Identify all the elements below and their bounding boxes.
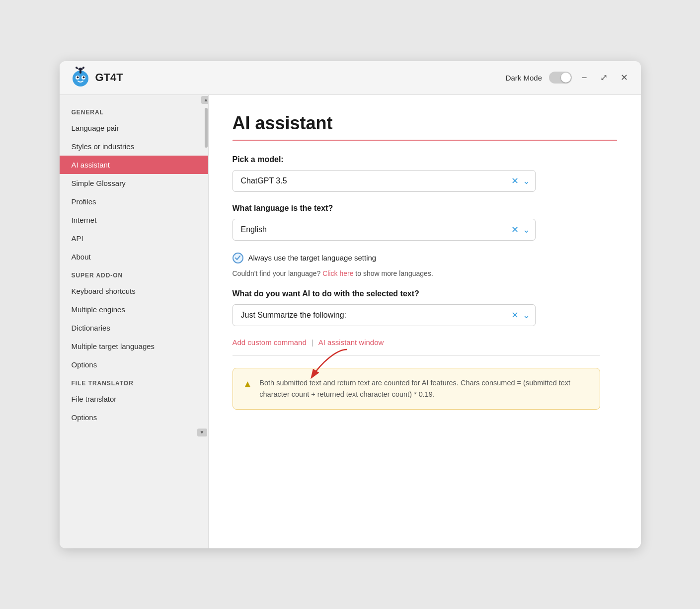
model-select-wrapper: ChatGPT 3.5 ✕ ⌄ [233, 170, 617, 192]
scrollbar-track[interactable]: ▲ [204, 95, 208, 548]
section-general-label: GENERAL [60, 103, 208, 119]
ai-assistant-window-link[interactable]: AI assistant window [318, 338, 384, 347]
section-file-translator-label: FILE TRANSLATOR [60, 374, 208, 390]
add-custom-command-link[interactable]: Add custom command [233, 338, 307, 347]
section-super-addon-label: SUPER ADD-ON [60, 266, 208, 282]
pick-model-label: Pick a model: [233, 155, 617, 164]
main-content: AI assistant Pick a model: ChatGPT 3.5 ✕… [209, 95, 641, 548]
sidebar-item-file-translator[interactable]: File translator [60, 390, 208, 408]
language-select-controls: ✕ ⌄ [511, 224, 530, 235]
sidebar-item-options-super[interactable]: Options [60, 355, 208, 374]
app-window: GT4T Dark Mode − ⤢ ✕ ▲ GENERAL Langu [60, 61, 641, 548]
scroll-up-button[interactable]: ▲ [201, 96, 209, 104]
language-clear-icon[interactable]: ✕ [511, 224, 519, 235]
model-select[interactable]: ChatGPT 3.5 ✕ ⌄ [233, 170, 536, 192]
action-question: What do you want AI to do with the selec… [233, 289, 617, 298]
language-dropdown-icon[interactable]: ⌄ [523, 224, 530, 235]
sidebar-item-profiles[interactable]: Profiles [60, 192, 208, 211]
minimize-button[interactable]: − [579, 71, 590, 85]
hint-prefix: Couldn't find your language? [233, 269, 321, 277]
sidebar-item-api[interactable]: API [60, 229, 208, 248]
sidebar-item-dictionaries[interactable]: Dictionaries [60, 319, 208, 337]
sidebar-item-internet[interactable]: Internet [60, 211, 208, 229]
svg-point-6 [79, 68, 82, 71]
action-dropdown-icon[interactable]: ⌄ [523, 310, 530, 321]
action-links-container: Add custom command | AI assistant window [233, 338, 617, 347]
action-separator: | [311, 338, 313, 347]
language-select[interactable]: English ✕ ⌄ [233, 219, 536, 241]
hint-suffix: to show more languages. [355, 269, 433, 277]
content-area: ▲ GENERAL Language pair Styles or indust… [60, 95, 641, 548]
title-underline [233, 140, 617, 141]
maximize-button[interactable]: ⤢ [597, 70, 611, 85]
model-value: ChatGPT 3.5 [241, 176, 287, 185]
action-clear-icon[interactable]: ✕ [511, 310, 519, 321]
checkmark-icon [234, 255, 241, 261]
language-question: What language is the text? [233, 204, 617, 213]
model-select-controls: ✕ ⌄ [511, 175, 530, 186]
sidebar-item-language-pair[interactable]: Language pair [60, 119, 208, 137]
dark-mode-label: Dark Mode [506, 74, 542, 82]
sidebar-item-multiple-target-languages[interactable]: Multiple target languages [60, 337, 208, 355]
svg-point-10 [82, 67, 84, 69]
titlebar: GT4T Dark Mode − ⤢ ✕ [60, 61, 641, 95]
model-dropdown-icon[interactable]: ⌄ [523, 175, 530, 186]
warning-icon: ▲ [243, 378, 253, 390]
divider [233, 355, 600, 356]
logo-area: GT4T [70, 67, 506, 88]
arrow-annotation [302, 347, 362, 382]
action-select-wrapper: Just Summarize the following: ✕ ⌄ [233, 304, 617, 326]
hint-text: Couldn't find your language? Click here … [233, 269, 617, 277]
app-logo [70, 67, 91, 88]
click-here-link[interactable]: Click here [322, 269, 353, 277]
action-links: Add custom command | AI assistant window [233, 338, 617, 347]
sidebar-item-styles-industries[interactable]: Styles or industries [60, 137, 208, 156]
language-value: English [241, 225, 267, 234]
svg-point-4 [82, 77, 84, 79]
action-value: Just Summarize the following: [241, 311, 347, 320]
app-title: GT4T [95, 71, 123, 84]
sidebar-item-keyboard-shortcuts[interactable]: Keyboard shortcuts [60, 282, 208, 300]
language-select-wrapper: English ✕ ⌄ [233, 219, 617, 241]
close-button[interactable]: ✕ [618, 70, 631, 85]
always-use-row[interactable]: Always use the target language setting [233, 253, 617, 263]
sidebar-item-file-options[interactable]: Options [60, 408, 208, 427]
page-title: AI assistant [233, 113, 617, 134]
sidebar-item-simple-glossary[interactable]: Simple Glossary [60, 174, 208, 192]
checkbox-icon [233, 253, 243, 263]
toggle-knob [561, 73, 571, 83]
action-select[interactable]: Just Summarize the following: ✕ ⌄ [233, 304, 536, 326]
scrollbar-thumb[interactable] [205, 108, 208, 148]
svg-point-3 [77, 77, 78, 79]
sidebar-item-about[interactable]: About [60, 248, 208, 266]
action-select-controls: ✕ ⌄ [511, 310, 530, 321]
always-use-label: Always use the target language setting [248, 254, 377, 262]
sidebar-item-multiple-engines[interactable]: Multiple engines [60, 300, 208, 319]
model-clear-icon[interactable]: ✕ [511, 175, 519, 186]
titlebar-controls: Dark Mode − ⤢ ✕ [506, 70, 631, 85]
sidebar: ▲ GENERAL Language pair Styles or indust… [60, 95, 209, 548]
svg-point-9 [76, 67, 78, 69]
warning-box: ▲ Both submitted text and return text ar… [233, 368, 600, 410]
sidebar-item-ai-assistant[interactable]: AI assistant [60, 156, 208, 174]
dark-mode-toggle[interactable] [549, 72, 572, 84]
